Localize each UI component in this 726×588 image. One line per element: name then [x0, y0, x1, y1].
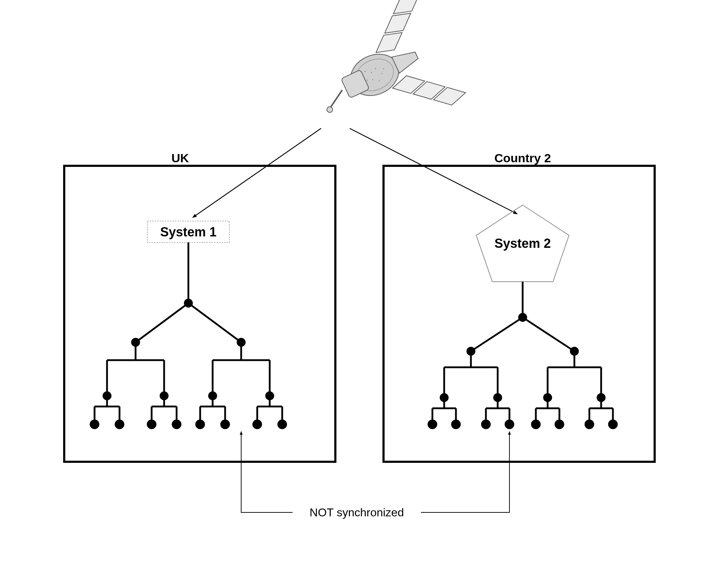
- not-synchronized-label: NOT synchronized: [310, 506, 404, 519]
- svg-line-18: [188, 303, 241, 342]
- svg-point-37: [91, 420, 98, 428]
- svg-rect-57: [384, 166, 655, 462]
- arrow-satellite-to-system1: [193, 128, 321, 218]
- svg-line-17: [136, 303, 188, 342]
- svg-point-100: [609, 420, 617, 428]
- country2-title: Country 2: [494, 151, 551, 165]
- svg-point-93: [532, 420, 540, 428]
- arrow-satellite-to-system2: [350, 128, 517, 214]
- svg-point-43: [148, 420, 156, 428]
- system2-label: System 2: [494, 236, 551, 251]
- svg-point-82: [452, 420, 460, 428]
- svg-point-4: [326, 106, 334, 113]
- svg-point-38: [116, 420, 123, 428]
- country2-container: Country 2 System 2: [384, 151, 655, 462]
- system1-box: System 1: [147, 221, 229, 242]
- svg-point-50: [221, 420, 229, 428]
- svg-line-3: [326, 90, 347, 107]
- svg-point-81: [428, 420, 436, 428]
- uk-tree: [91, 242, 286, 428]
- uk-title: UK: [171, 151, 189, 165]
- satellite-icon: [296, 0, 468, 154]
- system1-label: System 1: [160, 225, 217, 239]
- system2-pentagon: System 2: [476, 205, 569, 282]
- svg-point-44: [173, 420, 181, 428]
- svg-point-94: [555, 420, 563, 428]
- svg-point-55: [253, 420, 261, 428]
- svg-line-62: [523, 317, 574, 351]
- svg-point-56: [278, 420, 286, 428]
- not-synchronized-callout: NOT synchronized: [241, 431, 509, 519]
- svg-point-49: [196, 420, 204, 428]
- svg-point-87: [482, 420, 490, 428]
- uk-container: UK System 1: [64, 151, 335, 462]
- country2-tree: [428, 282, 617, 428]
- svg-point-88: [506, 420, 513, 428]
- svg-point-99: [585, 420, 593, 428]
- svg-line-61: [471, 317, 523, 351]
